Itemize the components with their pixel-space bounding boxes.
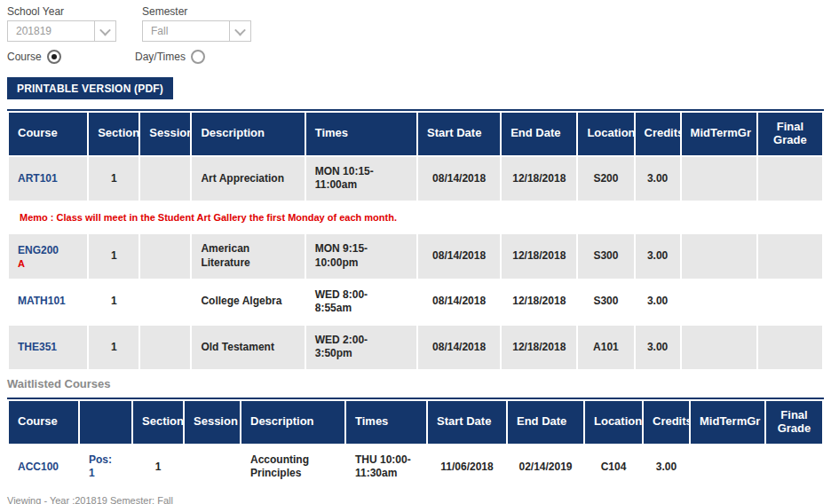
- cell-final-grade: [758, 157, 822, 201]
- school-year-value: 201819: [8, 25, 51, 37]
- column-header-final-grade: Final Grade: [758, 113, 822, 155]
- table-row-MATH101: MATH1011College AlgebraWED 8:00-8:55am08…: [9, 280, 822, 324]
- column-header-midtermgr: MidTermGr: [691, 401, 764, 444]
- table-row-ENG200: ENG200A1American LiteratureMON 9:15-10:0…: [9, 234, 822, 278]
- cell-course: ART101: [9, 157, 87, 201]
- column-header-end-date: End Date: [508, 401, 583, 444]
- semester-dropdown-arrow[interactable]: [229, 21, 250, 41]
- column-header-midtermgr: MidTermGr: [682, 113, 756, 155]
- column-header-course: Course: [9, 401, 78, 444]
- course-schedule-page: School Year 201819 Semester Fall Course: [0, 0, 831, 504]
- cell-start-date: 11/06/2018: [428, 445, 506, 489]
- cell-section: 1: [133, 445, 183, 489]
- column-header-times: Times: [306, 113, 416, 155]
- cell-location: S300: [578, 234, 633, 278]
- course-code-link[interactable]: ACC100: [18, 461, 59, 473]
- column-header-section: Section: [133, 401, 183, 444]
- memo-row: Memo : Class will meet in the Student Ar…: [9, 202, 822, 232]
- column-header-credits: Credits: [636, 113, 680, 155]
- cell-section: 1: [89, 326, 138, 369]
- cell-start-date: 08/14/2018: [418, 326, 500, 369]
- cell-midterm-grade: [682, 234, 756, 278]
- cell-times: WED 2:00-3:50pm: [306, 326, 416, 369]
- cell-section: 1: [89, 157, 138, 201]
- cell-final-grade: [758, 234, 822, 278]
- course-radio-group: Course: [7, 50, 135, 64]
- cell-midterm-grade: [682, 326, 756, 369]
- cell-end-date: 02/14/2019: [508, 445, 583, 489]
- column-header-section: Section: [89, 113, 138, 155]
- semester-label: Semester: [142, 5, 251, 18]
- course-flag: A: [18, 258, 82, 269]
- cell-course: ACC100: [9, 445, 78, 489]
- cell-position: Pos:1: [80, 445, 131, 489]
- daytimes-radio-label: Day/Times: [135, 51, 186, 63]
- column-header-location: Location: [585, 401, 642, 444]
- chevron-down-icon: [234, 24, 246, 35]
- daytimes-radio-button[interactable]: [191, 50, 205, 64]
- cell-credits: 3.00: [636, 157, 680, 201]
- table-row-THE351: THE3511Old TestamentWED 2:00-3:50pm08/14…: [9, 326, 822, 369]
- cell-credits: 3.00: [636, 234, 680, 278]
- semester-group: Semester Fall: [142, 5, 251, 42]
- cell-section: 1: [89, 234, 138, 278]
- column-header-session: Session: [140, 113, 190, 155]
- cell-final-grade: [766, 445, 822, 489]
- cell-course: MATH101: [9, 280, 87, 324]
- cell-midterm-grade: [691, 445, 764, 489]
- course-radio-button[interactable]: [47, 50, 61, 64]
- cell-midterm-grade: [682, 280, 756, 324]
- course-code-link[interactable]: ART101: [18, 172, 58, 185]
- printable-version-button[interactable]: PRINTABLE VERSION (PDF): [7, 77, 173, 99]
- cell-location: S300: [578, 280, 633, 324]
- cell-final-grade: [758, 280, 822, 324]
- cell-times: MON 9:15-10:00pm: [306, 234, 416, 278]
- course-code-link[interactable]: MATH101: [18, 295, 66, 307]
- column-header-credits: Credits: [644, 401, 689, 444]
- table-row-ACC100: ACC100Pos:11Accounting PrinciplesTHU 10:…: [9, 445, 822, 489]
- school-year-dropdown-arrow[interactable]: [94, 21, 115, 41]
- column-header-start-date: Start Date: [418, 113, 500, 155]
- cell-description: Accounting Principles: [241, 445, 344, 489]
- view-mode-radios: Course Day/Times: [7, 50, 824, 64]
- cell-session: [185, 445, 240, 489]
- cell-session: [140, 157, 190, 201]
- cell-final-grade: [758, 326, 822, 369]
- course-code-link[interactable]: ENG200: [18, 244, 59, 256]
- cell-start-date: 08/14/2018: [418, 234, 500, 278]
- school-year-select[interactable]: 201819: [7, 20, 116, 42]
- waitlisted-courses-title: Waitlisted Courses: [7, 377, 824, 390]
- cell-times: WED 8:00-8:55am: [306, 280, 416, 324]
- cell-end-date: 12/18/2018: [502, 234, 576, 278]
- cell-credits: 3.00: [636, 280, 680, 324]
- cell-description: Art Appreciation: [192, 157, 304, 201]
- course-code-link[interactable]: THE351: [18, 341, 57, 353]
- header-row: CourseSectionSessionDescriptionTimesStar…: [9, 113, 822, 155]
- column-header-location: Location: [578, 113, 633, 155]
- schedule-table: CourseSectionSessionDescriptionTimesStar…: [7, 109, 824, 371]
- column-header-blank: [80, 401, 131, 444]
- cell-session: [140, 234, 190, 278]
- waitlisted-table: CourseSectionSessionDescriptionTimesStar…: [7, 398, 824, 491]
- table-row-ART101: ART1011Art AppreciationMON 10:15-11:00am…: [9, 157, 822, 201]
- column-header-session: Session: [185, 401, 240, 444]
- cell-midterm-grade: [682, 157, 756, 201]
- cell-course: ENG200A: [9, 234, 87, 278]
- cell-course: THE351: [9, 326, 87, 369]
- filter-bar: School Year 201819 Semester Fall: [7, 5, 824, 42]
- chevron-down-icon: [99, 24, 111, 35]
- school-year-group: School Year 201819: [7, 5, 116, 42]
- cell-times: MON 10:15-11:00am: [306, 157, 416, 201]
- course-radio-label: Course: [7, 51, 42, 63]
- cell-start-date: 08/14/2018: [418, 157, 500, 201]
- cell-description: American Literature: [192, 234, 304, 278]
- column-header-end-date: End Date: [502, 113, 576, 155]
- cell-credits: 3.00: [636, 326, 680, 369]
- column-header-times: Times: [346, 401, 426, 444]
- school-year-label: School Year: [7, 5, 116, 18]
- column-header-final-grade: Final Grade: [766, 401, 822, 444]
- semester-value: Fall: [143, 25, 168, 37]
- cell-session: [140, 280, 190, 324]
- cell-times: THU 10:00-11:30am: [346, 445, 426, 489]
- semester-select[interactable]: Fall: [142, 20, 251, 42]
